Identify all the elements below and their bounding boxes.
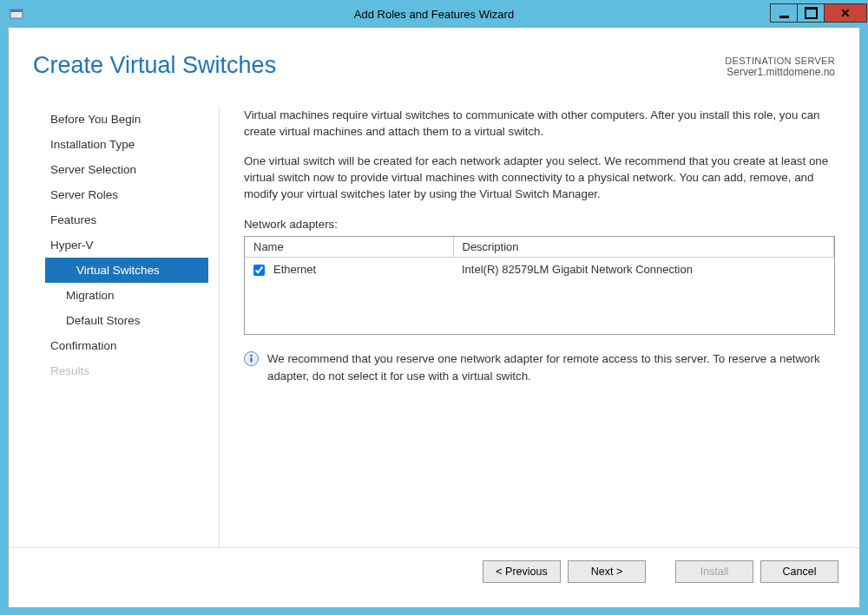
info-text: We recommend that you reserve one networ… xyxy=(267,350,835,384)
adapter-name: Ethernet xyxy=(273,263,316,276)
table-row[interactable]: EthernetIntel(R) 82579LM Gigabit Network… xyxy=(245,258,834,282)
column-header-description[interactable]: Description xyxy=(453,237,834,258)
titlebar[interactable]: Add Roles and Features Wizard xyxy=(1,1,867,27)
wizard-sidebar: Before You BeginInstallation TypeServer … xyxy=(9,107,220,547)
sidebar-item-confirmation[interactable]: Confirmation xyxy=(35,333,219,358)
sidebar-item-features[interactable]: Features xyxy=(35,207,219,232)
adapter-checkbox[interactable] xyxy=(253,265,265,276)
page-title: Create Virtual Switches xyxy=(33,52,276,79)
intro-paragraph-2: One virtual switch will be created for e… xyxy=(244,153,835,203)
sidebar-item-results: Results xyxy=(35,358,219,383)
window-title: Add Roles and Features Wizard xyxy=(1,8,867,21)
adapters-table: Name Description EthernetIntel(R) 82579L… xyxy=(245,237,834,281)
destination-label: DESTINATION SERVER xyxy=(725,56,835,66)
next-button[interactable]: Next > xyxy=(568,560,646,583)
app-icon xyxy=(8,5,25,23)
sidebar-item-hyper-v[interactable]: Hyper-V xyxy=(35,232,219,258)
sidebar-item-migration[interactable]: Migration xyxy=(35,283,219,308)
svg-point-3 xyxy=(250,355,253,357)
wizard-content: Create Virtual Switches DESTINATION SERV… xyxy=(8,27,860,608)
adapters-table-wrap: Name Description EthernetIntel(R) 82579L… xyxy=(244,236,835,335)
sidebar-item-server-roles[interactable]: Server Roles xyxy=(35,182,219,207)
previous-button[interactable]: < Previous xyxy=(483,560,561,583)
svg-rect-1 xyxy=(10,10,23,12)
sidebar-item-virtual-switches[interactable]: Virtual Switches xyxy=(45,258,208,283)
sidebar-item-default-stores[interactable]: Default Stores xyxy=(35,308,219,333)
intro-paragraph-1: Virtual machines require virtual switche… xyxy=(244,107,835,141)
cancel-button[interactable]: Cancel xyxy=(760,560,838,583)
svg-rect-4 xyxy=(250,358,252,363)
close-button[interactable] xyxy=(824,3,867,23)
adapters-label: Network adapters: xyxy=(244,218,835,231)
destination-server: Server1.mittdomene.no xyxy=(725,66,835,78)
sidebar-item-before-you-begin[interactable]: Before You Begin xyxy=(35,107,219,132)
body-area: Before You BeginInstallation TypeServer … xyxy=(9,88,859,547)
main-panel: Virtual machines require virtual switche… xyxy=(220,107,859,547)
minimize-button[interactable] xyxy=(770,3,798,23)
sidebar-item-server-selection[interactable]: Server Selection xyxy=(35,157,219,182)
wizard-footer: < Previous Next > Install Cancel xyxy=(9,547,859,583)
info-row: We recommend that you reserve one networ… xyxy=(244,350,835,384)
maximize-button[interactable] xyxy=(797,3,825,23)
install-button[interactable]: Install xyxy=(675,560,753,583)
destination-block: DESTINATION SERVER Server1.mittdomene.no xyxy=(725,52,835,78)
info-icon xyxy=(244,351,259,366)
header-area: Create Virtual Switches DESTINATION SERV… xyxy=(9,28,859,88)
adapter-description: Intel(R) 82579LM Gigabit Network Connect… xyxy=(453,258,834,282)
column-header-name[interactable]: Name xyxy=(245,237,453,258)
sidebar-item-installation-type[interactable]: Installation Type xyxy=(35,132,219,157)
window-controls xyxy=(771,3,867,23)
window-frame: Add Roles and Features Wizard Create Vir… xyxy=(0,0,868,615)
